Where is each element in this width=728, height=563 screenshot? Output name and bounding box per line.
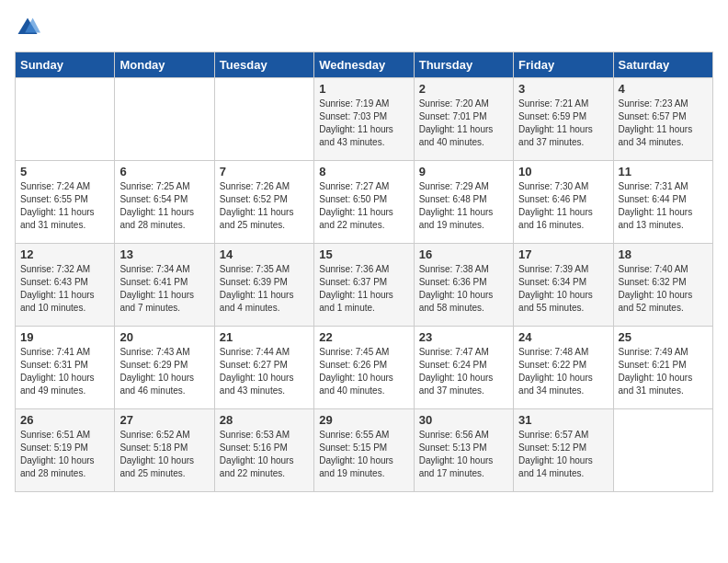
day-info: Sunrise: 7:48 AM Sunset: 6:22 PM Dayligh… — [518, 346, 608, 397]
calendar-cell: 14Sunrise: 7:35 AM Sunset: 6:39 PM Dayli… — [214, 244, 313, 327]
day-number: 4 — [619, 82, 708, 96]
day-number: 28 — [220, 413, 309, 427]
calendar-cell: 10Sunrise: 7:30 AM Sunset: 6:46 PM Dayli… — [514, 161, 613, 244]
day-number: 11 — [619, 165, 708, 178]
calendar-cell — [613, 409, 712, 492]
calendar-cell: 26Sunrise: 6:51 AM Sunset: 5:19 PM Dayli… — [16, 409, 115, 492]
calendar-cell: 11Sunrise: 7:31 AM Sunset: 6:44 PM Dayli… — [613, 161, 712, 244]
day-info: Sunrise: 7:43 AM Sunset: 6:29 PM Dayligh… — [119, 346, 209, 397]
day-info: Sunrise: 7:24 AM Sunset: 6:55 PM Dayligh… — [20, 180, 109, 232]
logo — [15, 15, 42, 40]
day-info: Sunrise: 7:36 AM Sunset: 6:37 PM Dayligh… — [319, 263, 408, 315]
day-number: 24 — [518, 330, 608, 344]
day-info: Sunrise: 6:55 AM Sunset: 5:15 PM Dayligh… — [319, 429, 408, 480]
day-number: 20 — [119, 330, 209, 344]
calendar-week-row: 26Sunrise: 6:51 AM Sunset: 5:19 PM Dayli… — [16, 409, 713, 492]
calendar-cell: 27Sunrise: 6:52 AM Sunset: 5:18 PM Dayli… — [115, 409, 214, 492]
day-info: Sunrise: 7:49 AM Sunset: 6:21 PM Dayligh… — [619, 346, 708, 397]
calendar-cell: 19Sunrise: 7:41 AM Sunset: 6:31 PM Dayli… — [16, 327, 115, 409]
day-info: Sunrise: 7:47 AM Sunset: 6:24 PM Dayligh… — [419, 346, 508, 397]
calendar-cell: 8Sunrise: 7:27 AM Sunset: 6:50 PM Daylig… — [314, 161, 414, 244]
day-of-week-header: Saturday — [613, 52, 712, 78]
day-of-week-header: Tuesday — [214, 52, 313, 78]
day-number: 27 — [119, 413, 209, 427]
day-number: 31 — [518, 413, 608, 427]
day-info: Sunrise: 7:27 AM Sunset: 6:50 PM Dayligh… — [319, 180, 408, 232]
day-info: Sunrise: 6:52 AM Sunset: 5:18 PM Dayligh… — [119, 429, 209, 480]
day-info: Sunrise: 7:35 AM Sunset: 6:39 PM Dayligh… — [220, 263, 309, 315]
day-info: Sunrise: 7:39 AM Sunset: 6:34 PM Dayligh… — [518, 263, 608, 315]
day-number: 19 — [20, 330, 109, 344]
day-number: 12 — [20, 247, 109, 261]
day-info: Sunrise: 7:44 AM Sunset: 6:27 PM Dayligh… — [220, 346, 309, 397]
day-number: 10 — [518, 165, 608, 178]
day-number: 6 — [119, 165, 209, 178]
day-info: Sunrise: 7:45 AM Sunset: 6:26 PM Dayligh… — [319, 346, 408, 397]
calendar-cell: 12Sunrise: 7:32 AM Sunset: 6:43 PM Dayli… — [16, 244, 115, 327]
day-of-week-header: Thursday — [414, 52, 513, 78]
calendar-cell: 15Sunrise: 7:36 AM Sunset: 6:37 PM Dayli… — [314, 244, 414, 327]
day-number: 18 — [619, 247, 708, 261]
calendar-week-row: 12Sunrise: 7:32 AM Sunset: 6:43 PM Dayli… — [16, 244, 713, 327]
calendar-cell: 28Sunrise: 6:53 AM Sunset: 5:16 PM Dayli… — [214, 409, 313, 492]
day-info: Sunrise: 7:26 AM Sunset: 6:52 PM Dayligh… — [220, 180, 309, 232]
calendar-cell: 5Sunrise: 7:24 AM Sunset: 6:55 PM Daylig… — [16, 161, 115, 244]
day-number: 13 — [119, 247, 209, 261]
calendar-cell: 9Sunrise: 7:29 AM Sunset: 6:48 PM Daylig… — [414, 161, 513, 244]
calendar-cell: 22Sunrise: 7:45 AM Sunset: 6:26 PM Dayli… — [314, 327, 414, 409]
day-info: Sunrise: 7:20 AM Sunset: 7:01 PM Dayligh… — [419, 98, 508, 149]
calendar-table: SundayMondayTuesdayWednesdayThursdayFrid… — [15, 52, 713, 492]
day-info: Sunrise: 7:19 AM Sunset: 7:03 PM Dayligh… — [319, 98, 408, 149]
calendar-cell — [214, 78, 313, 161]
calendar-cell: 13Sunrise: 7:34 AM Sunset: 6:41 PM Dayli… — [115, 244, 214, 327]
calendar-cell: 3Sunrise: 7:21 AM Sunset: 6:59 PM Daylig… — [514, 78, 613, 161]
day-number: 30 — [419, 413, 508, 427]
day-info: Sunrise: 7:34 AM Sunset: 6:41 PM Dayligh… — [119, 263, 209, 315]
day-number: 17 — [518, 247, 608, 261]
day-number: 26 — [20, 413, 109, 427]
calendar-cell: 21Sunrise: 7:44 AM Sunset: 6:27 PM Dayli… — [214, 327, 313, 409]
day-number: 5 — [20, 165, 109, 178]
calendar-week-row: 5Sunrise: 7:24 AM Sunset: 6:55 PM Daylig… — [16, 161, 713, 244]
calendar-week-row: 1Sunrise: 7:19 AM Sunset: 7:03 PM Daylig… — [16, 78, 713, 161]
calendar-header-row: SundayMondayTuesdayWednesdayThursdayFrid… — [16, 52, 713, 78]
day-of-week-header: Monday — [115, 52, 214, 78]
day-number: 3 — [518, 82, 608, 96]
day-number: 29 — [319, 413, 408, 427]
day-info: Sunrise: 7:38 AM Sunset: 6:36 PM Dayligh… — [419, 263, 508, 315]
day-number: 9 — [419, 165, 508, 178]
day-number: 25 — [619, 330, 708, 344]
day-info: Sunrise: 7:32 AM Sunset: 6:43 PM Dayligh… — [20, 263, 109, 315]
day-info: Sunrise: 6:57 AM Sunset: 5:12 PM Dayligh… — [518, 429, 608, 480]
calendar-cell: 24Sunrise: 7:48 AM Sunset: 6:22 PM Dayli… — [514, 327, 613, 409]
logo-icon — [15, 15, 40, 40]
day-number: 7 — [220, 165, 309, 178]
calendar-cell: 31Sunrise: 6:57 AM Sunset: 5:12 PM Dayli… — [514, 409, 613, 492]
calendar-cell — [16, 78, 115, 161]
page-header — [15, 15, 713, 40]
day-number: 2 — [419, 82, 508, 96]
day-info: Sunrise: 6:56 AM Sunset: 5:13 PM Dayligh… — [419, 429, 508, 480]
calendar-cell: 16Sunrise: 7:38 AM Sunset: 6:36 PM Dayli… — [414, 244, 513, 327]
day-info: Sunrise: 6:51 AM Sunset: 5:19 PM Dayligh… — [20, 429, 109, 480]
day-of-week-header: Friday — [514, 52, 613, 78]
calendar-cell: 20Sunrise: 7:43 AM Sunset: 6:29 PM Dayli… — [115, 327, 214, 409]
day-of-week-header: Sunday — [16, 52, 115, 78]
calendar-cell: 29Sunrise: 6:55 AM Sunset: 5:15 PM Dayli… — [314, 409, 414, 492]
day-info: Sunrise: 7:29 AM Sunset: 6:48 PM Dayligh… — [419, 180, 508, 232]
calendar-cell: 23Sunrise: 7:47 AM Sunset: 6:24 PM Dayli… — [414, 327, 513, 409]
day-number: 22 — [319, 330, 408, 344]
day-number: 23 — [419, 330, 508, 344]
calendar-cell: 30Sunrise: 6:56 AM Sunset: 5:13 PM Dayli… — [414, 409, 513, 492]
calendar-cell: 17Sunrise: 7:39 AM Sunset: 6:34 PM Dayli… — [514, 244, 613, 327]
day-info: Sunrise: 7:41 AM Sunset: 6:31 PM Dayligh… — [20, 346, 109, 397]
day-info: Sunrise: 7:23 AM Sunset: 6:57 PM Dayligh… — [619, 98, 708, 149]
day-info: Sunrise: 7:21 AM Sunset: 6:59 PM Dayligh… — [518, 98, 608, 149]
day-number: 1 — [319, 82, 408, 96]
calendar-cell: 6Sunrise: 7:25 AM Sunset: 6:54 PM Daylig… — [115, 161, 214, 244]
calendar-cell — [115, 78, 214, 161]
day-number: 15 — [319, 247, 408, 261]
day-info: Sunrise: 7:31 AM Sunset: 6:44 PM Dayligh… — [619, 180, 708, 232]
day-info: Sunrise: 7:40 AM Sunset: 6:32 PM Dayligh… — [619, 263, 708, 315]
calendar-cell: 7Sunrise: 7:26 AM Sunset: 6:52 PM Daylig… — [214, 161, 313, 244]
